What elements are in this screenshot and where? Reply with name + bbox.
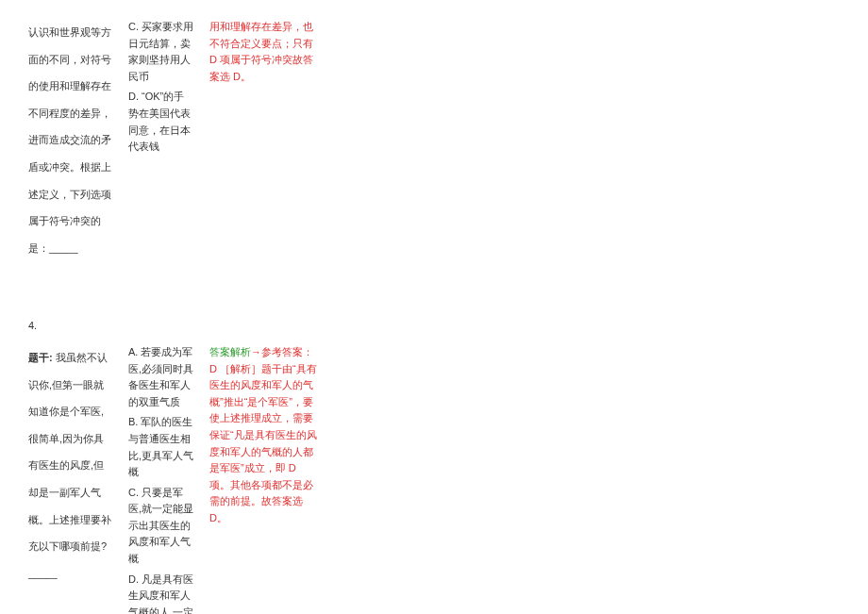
- q4-option-b: B. 军队的医生与普通医生相比,更具军人气概: [128, 414, 194, 480]
- q4-option-c: C. 只要是军医,就一定能显示出其医生的风度和军人气概: [128, 485, 194, 568]
- q3-option-c: C. 买家要求用日元结算，卖家则坚持用人民币: [128, 19, 194, 85]
- q3-option-d: D. “OK”的手势在美国代表同意，在日本代表钱: [128, 89, 194, 155]
- question-4-row: 题干: 我虽然不认识你,但第一眼就知道你是个军医,很简单,因为你具有医生的风度,…: [28, 344, 840, 614]
- q4-stem-text: 我虽然不认识你,但第一眼就知道你是个军医,很简单,因为你具有医生的风度,但却是一…: [28, 352, 111, 579]
- q4-stem-label: 题干:: [28, 352, 53, 363]
- q4-answer-label: 答案解析: [209, 346, 251, 357]
- q4-stem: 题干: 我虽然不认识你,但第一眼就知道你是个军医,很简单,因为你具有医生的风度,…: [28, 344, 113, 587]
- q3-analysis: 用和理解存在差异，也不符合定义要点；只有 D 项属于符号冲突故答案选 D。: [209, 19, 318, 85]
- q4-analysis: 答案解析→参考答案：D ［解析］题干由“具有医生的风度和军人的气概”推出“是个军…: [209, 344, 318, 527]
- q4-analysis-text: ［解析］题干由“具有医生的风度和军人的气概”推出“是个军医”，要使上述推理成立，…: [209, 363, 317, 523]
- q4-option-a: A. 若要成为军医,必须同时具备医生和军人的双重气质: [128, 344, 194, 410]
- q3-stem: 认识和世界观等方面的不同，对符号的使用和理解存在不同程度的差异，进而造成交流的矛…: [28, 19, 113, 261]
- q4-options: A. 若要成为军医,必须同时具备医生和军人的双重气质 B. 军队的医生与普通医生…: [128, 344, 194, 614]
- question-3-row: 认识和世界观等方面的不同，对符号的使用和理解存在不同程度的差异，进而造成交流的矛…: [28, 19, 840, 261]
- q3-options: C. 买家要求用日元结算，卖家则坚持用人民币 D. “OK”的手势在美国代表同意…: [128, 19, 194, 159]
- q4-option-d: D. 凡是具有医生风度和军人气概的人,一定都是军医,不管其医术如何: [128, 572, 194, 614]
- q4-number: 4.: [28, 318, 840, 335]
